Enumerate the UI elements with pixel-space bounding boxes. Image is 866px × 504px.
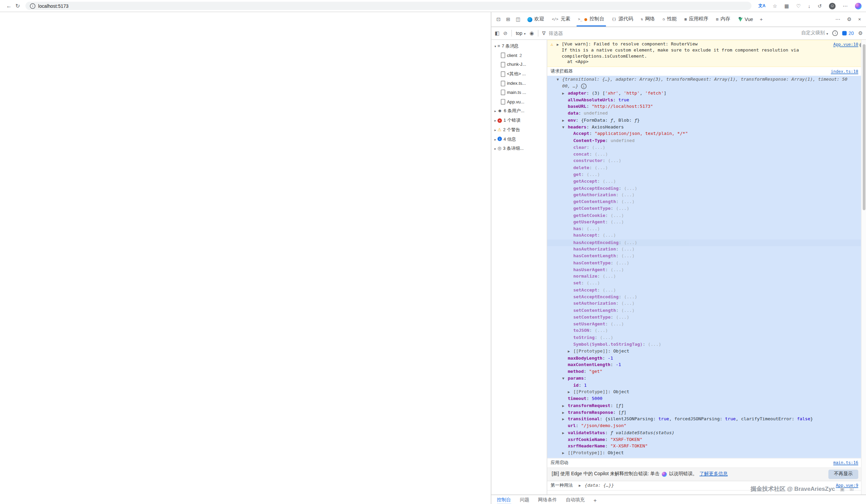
expander-icon[interactable]: ▸ xyxy=(493,146,497,150)
tab-welcome[interactable]: 欢迎 xyxy=(523,12,548,26)
console-info-icon[interactable]: i xyxy=(832,31,838,36)
tab-application[interactable]: ▦应用程序 xyxy=(680,12,712,26)
expander-icon[interactable]: ▶ xyxy=(562,429,568,436)
more-menu-icon[interactable]: ⋯ xyxy=(843,3,848,9)
learn-more-link[interactable]: 了解更多信息 xyxy=(700,471,728,478)
console-property-row[interactable]: ▼params: xyxy=(547,375,866,382)
drawer-add-icon[interactable]: + xyxy=(593,497,597,503)
console-warning-entry[interactable]: ⚠ ▶ [Vue warn]: Failed to resolve compon… xyxy=(547,40,866,67)
expander-icon[interactable]: ▸ xyxy=(493,128,497,132)
console-log-entry[interactable]: 应用启动 main.ts:16 xyxy=(547,459,866,468)
console-property-row[interactable]: ▶[[Prototype]]: Object xyxy=(547,389,866,395)
issues-counter[interactable]: 20 xyxy=(843,31,854,36)
devtools-more-icon[interactable]: ⋯ xyxy=(833,16,843,22)
profile-avatar[interactable]: ☺ xyxy=(829,2,836,9)
panel-layout-icon[interactable]: ◫ xyxy=(513,16,523,22)
console-scrollbar[interactable] xyxy=(861,40,866,495)
console-property-row[interactable]: ▶transformResponse: [ƒ] xyxy=(547,409,866,416)
console-property-row[interactable]: ▶adapter: (3) ['xhr', 'http', 'fetch'] xyxy=(547,90,866,97)
expander-icon[interactable]: ▼ xyxy=(557,76,562,83)
tab-sources[interactable]: {}源代码 xyxy=(608,12,637,26)
tab-memory[interactable]: ▤内存 xyxy=(712,12,734,26)
tab-console[interactable]: >_控制台 xyxy=(574,12,608,26)
sidebar-item[interactable]: ▸☻6 条用户... xyxy=(491,107,547,115)
devtools-close-icon[interactable]: × xyxy=(855,16,864,22)
sidebar-item[interactable]: ▾≡7 条消息 xyxy=(491,41,547,51)
sidebar-item[interactable]: chunk-J... xyxy=(491,60,547,69)
copilot-icon[interactable] xyxy=(855,2,862,9)
sidebar-item[interactable]: client2 xyxy=(491,51,547,60)
downloads-icon[interactable]: ↓ xyxy=(808,3,810,9)
expander-icon[interactable]: ▸ xyxy=(493,119,497,122)
translate-icon[interactable]: 文A xyxy=(758,3,765,9)
expander-icon[interactable]: ▶ xyxy=(568,348,573,355)
console-property-row[interactable]: ▶[[Prototype]]: Object xyxy=(547,348,866,355)
log-levels-select[interactable]: 自定义级别 ▾ xyxy=(801,30,828,37)
expander-icon[interactable]: ▶ xyxy=(562,450,568,457)
frame-context-select[interactable]: top ▾ xyxy=(516,31,525,36)
more-tabs-icon[interactable]: + xyxy=(757,16,766,22)
expander-icon[interactable]: ▸ xyxy=(493,109,497,113)
console-property-row[interactable]: ▶env: {FormData: ƒ, Blob: ƒ} xyxy=(547,117,866,124)
sidebar-item[interactable]: ▸×1 个错误 xyxy=(491,116,547,125)
tab-elements[interactable]: </>元素 xyxy=(548,12,574,26)
history-icon[interactable]: ↺ xyxy=(818,3,822,9)
back-icon[interactable]: ← xyxy=(4,3,13,9)
console-property-row[interactable]: ▼headers: AxiosHeaders xyxy=(547,124,866,131)
sidebar-item[interactable]: ▸◎3 条详细... xyxy=(491,144,547,153)
source-link[interactable]: index.ts:18 xyxy=(831,68,858,75)
browser-essentials-icon[interactable]: ♡ xyxy=(796,3,801,9)
tab-network[interactable]: ⇅网络 xyxy=(637,12,658,26)
drawer-tab[interactable]: 控制台 xyxy=(497,495,511,504)
expander-icon[interactable]: ▶ xyxy=(568,389,573,395)
drawer-tab[interactable]: 问题 xyxy=(520,495,529,504)
sidebar-item[interactable]: main.ts ... xyxy=(491,88,547,97)
refresh-icon[interactable]: ↻ xyxy=(13,3,22,9)
expander-icon[interactable]: ▶ xyxy=(562,416,568,423)
tab-vue[interactable]: Vue xyxy=(734,12,757,26)
console-property-row: hasContentType: (...) xyxy=(547,260,866,266)
expander-icon[interactable]: ▶ xyxy=(562,402,568,409)
device-toolbar-icon[interactable]: ⊞ xyxy=(503,16,513,22)
console-filter-input[interactable] xyxy=(548,30,633,37)
drawer-tab[interactable]: 网络条件 xyxy=(538,495,557,504)
console-sidebar-toggle-icon[interactable]: ◧ xyxy=(495,31,499,36)
expander-icon[interactable]: ▸ xyxy=(493,137,497,141)
sidebar-item[interactable]: ▸i4 信息 xyxy=(491,135,547,144)
scrollbar-thumb[interactable] xyxy=(863,44,865,211)
expander-icon[interactable]: ▶ xyxy=(562,409,568,416)
live-expression-eye-icon[interactable]: ◉ xyxy=(530,31,534,36)
clear-console-icon[interactable]: ⊘ xyxy=(503,31,507,36)
expander-icon[interactable]: ▼ xyxy=(562,124,568,131)
collections-icon[interactable]: ▦ xyxy=(784,3,789,9)
expander-icon[interactable]: ▶ xyxy=(557,42,559,48)
console-log-entry[interactable]: 请求拦截器 index.ts:18 ▼{transitional: {…}, a… xyxy=(547,67,866,459)
inspect-element-icon[interactable]: ⊡ xyxy=(494,16,503,22)
sidebar-item[interactable]: App.vu... xyxy=(491,97,547,107)
source-link[interactable]: main.ts:16 xyxy=(833,460,858,466)
expander-icon[interactable]: ▾ xyxy=(493,44,497,48)
source-link[interactable]: App.vue:10 xyxy=(833,42,858,48)
address-bar[interactable]: i localhost:5173 xyxy=(25,2,752,10)
sidebar-item[interactable]: ▸⚠2 个警告 xyxy=(491,125,547,134)
tab-performance[interactable]: ◷性能 xyxy=(659,12,680,26)
console-property-row[interactable]: ▶validateStatus: ƒ validateStatus(status… xyxy=(547,429,866,436)
dont-show-again-button[interactable]: 不再显示 xyxy=(828,469,858,479)
console-property-row[interactable]: ▶transitional: {silentJSONParsing: true,… xyxy=(547,416,866,423)
colon-separator: : xyxy=(616,308,622,313)
console-property-row: hasUserAgent: (...) xyxy=(547,266,866,273)
expander-icon[interactable]: ▶ xyxy=(562,90,568,97)
console-settings-gear-icon[interactable]: ⚙ xyxy=(858,31,863,36)
favorites-star-icon[interactable]: ☆ xyxy=(773,3,777,9)
object-preview-row[interactable]: ▼{transitional: {…}, adapter: Array(3), … xyxy=(547,76,866,90)
console-property-row[interactable]: ▶transformRequest: [ƒ] xyxy=(547,402,866,409)
sidebar-item[interactable]: index.ts... xyxy=(491,79,547,88)
devtools-settings-icon[interactable]: ⚙ xyxy=(844,16,854,22)
sidebar-item[interactable]: <其他> ... xyxy=(491,69,547,79)
site-info-icon[interactable]: i xyxy=(30,3,35,9)
expander-icon[interactable]: ▼ xyxy=(562,375,568,382)
expander-icon[interactable]: ▶ xyxy=(562,117,568,124)
console-property-row[interactable]: ▶[[Prototype]]: Object xyxy=(547,450,866,457)
drawer-tab[interactable]: 自动填充 xyxy=(566,495,585,504)
expander-icon[interactable]: ▶ xyxy=(579,483,581,488)
